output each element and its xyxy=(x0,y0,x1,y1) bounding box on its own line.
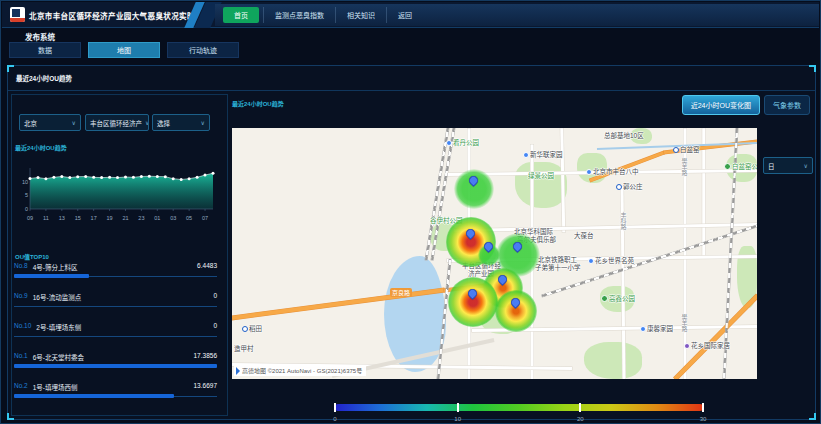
filter-park-select[interactable]: 丰台区循环经济产∨ xyxy=(85,114,149,131)
progress-fill xyxy=(14,274,89,278)
weather-params-button[interactable]: 气象参数 xyxy=(764,95,810,115)
rank-label: No.1 xyxy=(14,352,28,362)
poi-icon xyxy=(640,326,646,332)
main-panel: 最近24小时OU趋势 北京∨丰台区循环经济产∨选择∨ 最近24小时OU趋势 05… xyxy=(7,65,816,420)
svg-text:05: 05 xyxy=(186,215,192,221)
map-label: 北京铁路职工 xyxy=(538,257,577,264)
logo-red-bar xyxy=(10,18,25,22)
poi2-icon xyxy=(684,343,690,349)
panel-corner-accent xyxy=(809,65,816,72)
poi-icon xyxy=(588,258,594,264)
legend-tick-mark xyxy=(334,403,336,412)
metro-icon xyxy=(616,184,622,190)
top-list-title: OU值TOP10 xyxy=(15,252,49,261)
site-name: 6号-北天堂村委会 xyxy=(33,352,194,362)
map-buttons: 近24小时OU变化图气象参数 xyxy=(682,95,810,115)
nav-item-odor-index[interactable]: 监测点恶臭指数 xyxy=(263,7,335,23)
top-list: No.84号-筛分上料区6.4483No.916号-流动监测点0No.102号-… xyxy=(14,262,217,412)
top-list-row-text: No.102号-填埋场东侧0 xyxy=(14,322,217,332)
ou-change-chart-button[interactable]: 近24小时OU变化图 xyxy=(682,95,760,115)
chevron-down-icon: ∨ xyxy=(145,119,149,126)
filter-city-select[interactable]: 北京∨ xyxy=(19,114,81,131)
svg-text:10: 10 xyxy=(22,179,28,185)
trend-subtitle: 最近24小时OU趋势 xyxy=(15,143,67,152)
panel-header-divider xyxy=(8,90,815,91)
svg-text:19: 19 xyxy=(107,215,113,221)
map-label: 总部基地10区 xyxy=(604,133,644,140)
view-tabs: 数据地图行动轨迹 xyxy=(9,42,239,58)
rank-label: No.8 xyxy=(14,262,28,272)
park-icon xyxy=(724,163,731,170)
tab-trajectory[interactable]: 行动轨迹 xyxy=(167,42,239,58)
map-label: 造甲村 xyxy=(234,346,254,353)
filter-point-value: 选择 xyxy=(157,118,170,128)
heatmap-blob xyxy=(495,290,537,332)
nav-item-back[interactable]: 返回 xyxy=(386,7,423,23)
trend-chart: 0510091113151719212301030507 xyxy=(14,158,218,222)
map-park-area xyxy=(515,162,567,208)
svg-text:21: 21 xyxy=(122,215,128,221)
top-list-row: No.84号-筛分上料区6.4483 xyxy=(14,262,217,288)
map-label: 子弟第十一小学 xyxy=(535,265,581,272)
svg-text:13: 13 xyxy=(59,215,65,221)
road-name-label: 京良路 xyxy=(390,288,412,297)
map-label: 大葆台 xyxy=(574,233,594,240)
tab-data[interactable]: 数据 xyxy=(9,42,81,58)
poi-icon xyxy=(446,140,452,146)
map-label: 白盆窑 xyxy=(673,147,700,154)
map-label: 丰科路 xyxy=(620,212,626,230)
svg-text:17: 17 xyxy=(91,215,97,221)
panel-title: 最近24小时OU趋势 xyxy=(16,73,72,83)
filter-park-value: 丰台区循环经济产 xyxy=(90,118,142,128)
panel-corner-accent xyxy=(7,65,14,72)
map-label: 樊羊路 xyxy=(681,314,687,332)
progress-track xyxy=(14,306,217,307)
svg-text:15: 15 xyxy=(75,215,81,221)
top-list-row: No.16号-北天堂村委会17.3856 xyxy=(14,352,217,378)
heatmap-blob xyxy=(448,277,498,327)
site-name: 16号-流动监测点 xyxy=(33,292,214,302)
map-label: 康馨家园 xyxy=(640,326,673,333)
legend-tick-label: 10 xyxy=(454,416,461,422)
svg-text:0: 0 xyxy=(25,206,28,212)
ou-value: 0 xyxy=(213,322,217,332)
tab-map[interactable]: 地图 xyxy=(88,42,160,58)
app-title: 北京市丰台区循环经济产业园大气恶臭状况实时 xyxy=(29,10,195,21)
site-name: 4号-筛分上料区 xyxy=(33,262,197,272)
interval-select[interactable]: 日 ∨ xyxy=(763,157,813,174)
rank-label: No.9 xyxy=(14,292,28,302)
map-label: 花乡世界名苑 xyxy=(588,258,634,265)
chevron-down-icon: ∨ xyxy=(804,162,808,169)
top-list-row-text: No.916号-流动监测点0 xyxy=(14,292,217,302)
filter-point-select[interactable]: 选择∨ xyxy=(152,114,210,131)
map-label: 北京市丰台八中 xyxy=(586,169,639,176)
svg-text:01: 01 xyxy=(154,215,160,221)
svg-text:23: 23 xyxy=(138,215,144,221)
svg-text:07: 07 xyxy=(202,215,208,221)
map-attribution-text: 高德地图 ©2021 AutoNavi - GS(2021)6375号 xyxy=(242,366,362,375)
svg-text:09: 09 xyxy=(27,215,33,221)
map-label: 白盆窑公园 xyxy=(724,163,757,171)
legend-tick-label: 0 xyxy=(333,416,336,422)
site-name: 1号-填埋场西侧 xyxy=(33,382,194,392)
legend-tick-mark xyxy=(579,403,581,412)
progress-fill xyxy=(14,394,174,398)
top-list-row: No.21号-填埋场西侧13.6697 xyxy=(14,382,217,408)
map-label: 新华联家园 xyxy=(523,152,563,159)
publish-system-label: 发布系统 xyxy=(25,31,55,42)
chevron-down-icon: ∨ xyxy=(201,119,205,126)
map-road xyxy=(454,223,757,232)
legend-tick-label: 30 xyxy=(700,416,707,422)
nav-item-home[interactable]: 首页 xyxy=(223,7,259,23)
legend-tick-label: 20 xyxy=(577,416,584,422)
rank-label: No.2 xyxy=(14,382,28,392)
map-canvas[interactable]: 看丹公园总部基地10区新华联家园绿景公园北京市丰台八中白盆窑白盆窑公园郭公庄大葆… xyxy=(232,128,757,379)
map-label: 绿景公园 xyxy=(528,173,554,180)
ou-value: 0 xyxy=(213,292,217,302)
ou-value: 6.4483 xyxy=(197,262,217,272)
app-logo-icon xyxy=(10,7,25,22)
nav-item-knowledge[interactable]: 相关知识 xyxy=(335,7,386,23)
filter-city-value: 北京 xyxy=(24,118,37,128)
ou-value: 13.6697 xyxy=(194,382,218,392)
poi-icon xyxy=(523,152,529,158)
